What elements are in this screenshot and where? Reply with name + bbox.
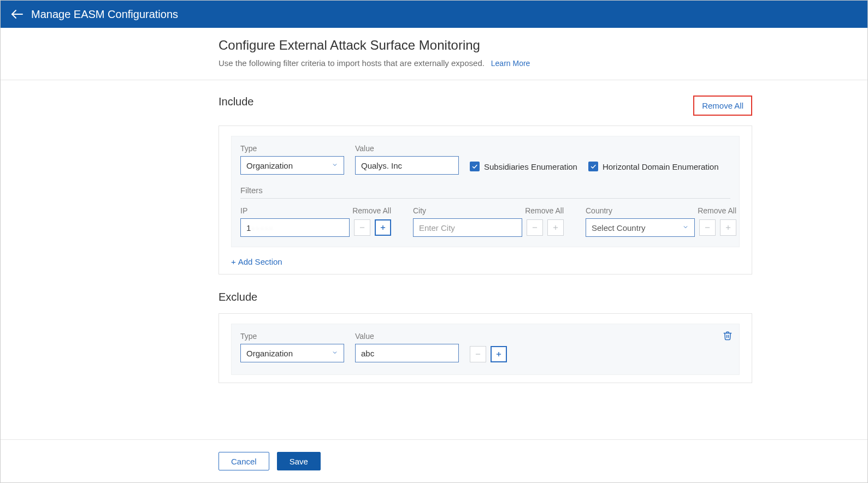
include-value-label: Value [355,144,459,153]
exclude-value-input[interactable]: abc [355,344,459,362]
include-section-head: Include Remove All [219,96,752,116]
ip-value: 1 [246,223,251,232]
page-subtitle: Use the following filter criteria to imp… [219,58,485,68]
city-add-button[interactable] [547,219,564,236]
exclude-value-label: Value [355,332,459,341]
exclude-type-select[interactable]: Organization [240,344,344,362]
footer-bar: Cancel Save [1,439,867,482]
exclude-value-text: abc [361,349,374,358]
country-remove-button[interactable] [699,219,716,236]
ip-label: IP [240,206,247,215]
country-select[interactable]: Select Country [586,218,695,237]
exclude-panel-inner: Type Organization Value abc [231,324,740,375]
chevron-down-icon [332,349,338,357]
page-breadcrumb-title: Manage EASM Configurations [31,8,178,21]
exclude-type-value: Organization [246,349,293,358]
country-label: Country [586,206,612,215]
exclude-add-button[interactable] [491,346,507,362]
horizontal-label: Horizontal Domain Enumeration [603,162,719,171]
horizontal-checkbox[interactable] [588,162,598,171]
ip-remove-all[interactable]: Remove All [352,206,391,215]
learn-more-link[interactable]: Learn More [491,59,530,68]
include-panel-inner: Type Organization Value Qualys. Inc [231,136,740,247]
exclude-heading: Exclude [219,291,257,303]
include-type-label: Type [240,144,344,153]
ip-add-button[interactable] [375,219,391,236]
country-add-button[interactable] [720,219,736,236]
ip-masked-fragment: ····· [252,223,274,232]
page-header: Configure External Attack Surface Monito… [1,28,867,80]
plus-icon: + [231,257,236,266]
country-placeholder: Select Country [592,223,645,232]
cancel-button[interactable]: Cancel [219,452,269,470]
ip-input[interactable]: 1····· [240,218,350,237]
include-type-select[interactable]: Organization [240,156,344,175]
back-arrow-icon[interactable] [10,8,23,21]
ip-remove-button[interactable] [354,219,370,236]
include-value-text: Qualys. Inc [361,161,402,170]
add-section-button[interactable]: + Add Section [231,257,282,266]
top-bar: Manage EASM Configurations [1,1,867,28]
exclude-type-label: Type [240,332,344,341]
include-panel: Type Organization Value Qualys. Inc [219,126,752,275]
city-input[interactable]: Enter City [413,218,522,237]
filters-heading: Filters [240,186,730,199]
page-title: Configure External Attack Surface Monito… [219,38,867,53]
include-value-input[interactable]: Qualys. Inc [355,156,459,175]
subsidiaries-label: Subsidiaries Enumeration [484,162,577,171]
chevron-down-icon [332,161,338,170]
trash-icon[interactable] [723,331,733,342]
save-button[interactable]: Save [277,452,321,470]
include-remove-all-button[interactable]: Remove All [693,96,752,116]
country-remove-all[interactable]: Remove All [698,206,736,215]
exclude-panel: Type Organization Value abc [219,313,752,383]
add-section-label: Add Section [238,257,282,266]
city-remove-all[interactable]: Remove All [525,206,564,215]
city-remove-button[interactable] [527,219,543,236]
city-label: City [413,206,426,215]
exclude-section-head: Exclude [219,291,752,303]
subsidiaries-checkbox[interactable] [470,162,480,171]
include-type-value: Organization [246,161,293,170]
chevron-down-icon [682,223,689,232]
city-placeholder: Enter City [419,223,455,232]
exclude-remove-button[interactable] [470,346,486,362]
include-heading: Include [219,96,254,108]
